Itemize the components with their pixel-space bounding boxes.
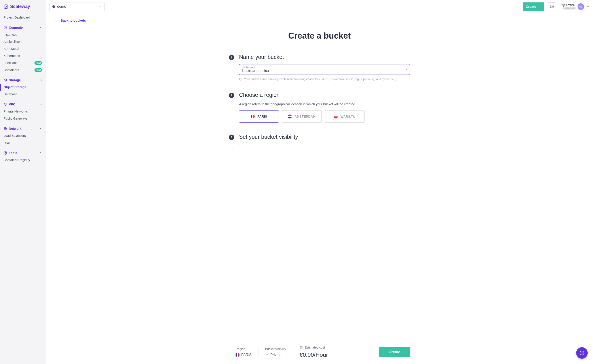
sidebar-item-load-balancers[interactable]: Load Balancers	[0, 132, 46, 139]
compute-icon	[4, 26, 7, 29]
svg-rect-0	[4, 5, 8, 8]
sidebar-item-functions[interactable]: FunctionsNEW	[0, 59, 46, 66]
chevron-up-icon	[39, 151, 42, 154]
bucket-name-field[interactable]: Bucket name *	[239, 64, 410, 75]
summary-label: Bucket visibility	[265, 347, 286, 351]
chevron-down-icon	[538, 5, 541, 8]
chat-icon	[579, 350, 585, 356]
back-to-buckets-link[interactable]: Back to buckets	[55, 19, 86, 22]
svg-point-12	[583, 353, 583, 353]
visibility-panel[interactable]	[239, 144, 410, 157]
create-bucket-button[interactable]: Create	[379, 347, 410, 358]
summary-cost: Estimated cost €0.00/Hour	[293, 346, 335, 358]
sidebar-item-label: Kubernetes	[4, 54, 20, 58]
project-selector[interactable]: demo	[49, 2, 105, 11]
sidebar-group-label: Storage	[9, 78, 21, 82]
sidebar-item-label: Instances	[4, 33, 17, 36]
vpc-icon	[4, 103, 7, 106]
project-name: demo	[57, 5, 66, 9]
step-1: 1 Name your bucket Bucket name *	[229, 54, 410, 81]
help-button[interactable]	[548, 2, 556, 11]
sidebar-group-compute[interactable]: Compute	[0, 24, 46, 31]
step-number-badge: 3	[229, 135, 234, 140]
region-options: PARISAMSTERDAMWARSAW	[239, 110, 410, 123]
sidebar-item-label: Project Dashboard	[4, 16, 30, 19]
org-text: Organization: redacted	[560, 4, 575, 10]
chevron-up-icon	[39, 78, 42, 82]
region-option-paris[interactable]: PARIS	[239, 110, 279, 123]
sidebar-item-label: DNS	[4, 141, 10, 144]
sidebar-group-label: VPC	[9, 103, 15, 106]
region-label: PARIS	[257, 115, 267, 118]
sidebar-item-container-registry[interactable]: Container Registry	[0, 156, 46, 163]
svg-point-3	[5, 152, 6, 153]
sidebar-item-label: Functions	[4, 61, 17, 65]
sidebar-item-public-gateways[interactable]: Public Gateways	[0, 115, 46, 122]
new-badge: NEW	[34, 61, 42, 65]
sidebar-group-label: Compute	[9, 26, 23, 29]
step-3: 3 Set your bucket visibility	[229, 134, 410, 157]
chevron-left-icon	[55, 19, 57, 22]
new-badge: NEW	[34, 68, 42, 72]
field-label: Bucket name	[242, 66, 407, 68]
step-number-badge: 2	[229, 93, 234, 98]
summary-value: PARIS	[241, 353, 252, 357]
summary-visibility: Bucket visibility Private	[258, 347, 293, 357]
sidebar-item-bare-metal[interactable]: Bare Metal	[0, 45, 46, 52]
chat-fab[interactable]	[576, 347, 588, 359]
flag-nl-icon	[288, 115, 292, 118]
sidebar-group-network[interactable]: Network	[0, 125, 46, 132]
svg-rect-8	[300, 346, 302, 349]
sidebar-item-private-networks[interactable]: Private Networks	[0, 108, 46, 115]
sidebar-group-vpc[interactable]: VPC	[0, 101, 46, 108]
avatar: SL	[578, 3, 584, 10]
required-asterisk-icon: *	[406, 68, 408, 72]
summary-bar: Region PARIS Bucket visibility Privat	[46, 340, 593, 364]
info-icon	[239, 78, 242, 81]
sidebar-item-label: Container Registry	[4, 158, 30, 162]
step-2-title: Choose a region	[239, 92, 410, 98]
sidebar-item-label: Private Networks	[4, 110, 28, 113]
chevron-down-icon	[99, 5, 102, 8]
sidebar-item-containers[interactable]: ContainersNEW	[0, 66, 46, 73]
content: Back to buckets Create a bucket 1 Name y…	[46, 13, 593, 364]
bucket-name-input[interactable]	[242, 68, 407, 73]
svg-rect-7	[266, 355, 268, 356]
sidebar-item-database[interactable]: Database	[0, 91, 46, 98]
region-label: AMSTERDAM	[295, 115, 316, 118]
sidebar-item-label: Database	[4, 92, 17, 96]
create-button-top[interactable]: Create	[523, 2, 544, 11]
chevron-up-icon	[39, 127, 42, 130]
svg-point-1	[5, 27, 6, 28]
topbar: demo Create Organization: r	[46, 0, 593, 13]
region-option-amsterdam[interactable]: AMSTERDAM	[282, 110, 322, 123]
brand-logo[interactable]: Scaleway	[0, 0, 46, 14]
page-title: Create a bucket	[55, 31, 584, 41]
create-button-label: Create	[526, 5, 536, 8]
region-option-warsaw[interactable]: WARSAW	[325, 110, 364, 123]
organization-menu[interactable]: Organization: redacted SL	[560, 3, 589, 10]
sidebar-item-label: Bare Metal	[4, 47, 19, 51]
step-2: 2 Choose a region A region refers to the…	[229, 92, 410, 123]
button-label: Create	[389, 350, 400, 354]
region-label: WARSAW	[340, 115, 356, 118]
sidebar-item-label: Load Balancers	[4, 134, 26, 137]
sidebar-item-label: Apple silicon	[4, 40, 21, 44]
sidebar-item-project-dashboard[interactable]: Project Dashboard	[0, 14, 46, 21]
sidebar-group-storage[interactable]: Storage	[0, 77, 46, 84]
hint-text: Your bucket name can only contain the fo…	[244, 78, 396, 81]
storage-icon	[4, 78, 7, 82]
sidebar-item-object-storage[interactable]: Object Storage	[0, 84, 46, 91]
flag-fr-icon	[236, 353, 240, 357]
sidebar-item-kubernetes[interactable]: Kubernetes	[0, 52, 46, 59]
sidebar-group-tools[interactable]: Tools	[0, 149, 46, 156]
scaleway-logo-icon	[4, 4, 8, 9]
sidebar-item-dns[interactable]: DNS	[0, 139, 46, 146]
summary-label: Region	[236, 347, 252, 351]
sidebar-item-label: Containers	[4, 68, 19, 72]
step-1-title: Name your bucket	[239, 54, 410, 60]
chevron-up-icon	[39, 103, 42, 106]
sidebar-item-apple-silicon[interactable]: Apple silicon	[0, 38, 46, 45]
sidebar-item-instances[interactable]: Instances	[0, 31, 46, 38]
tools-icon	[4, 151, 7, 155]
